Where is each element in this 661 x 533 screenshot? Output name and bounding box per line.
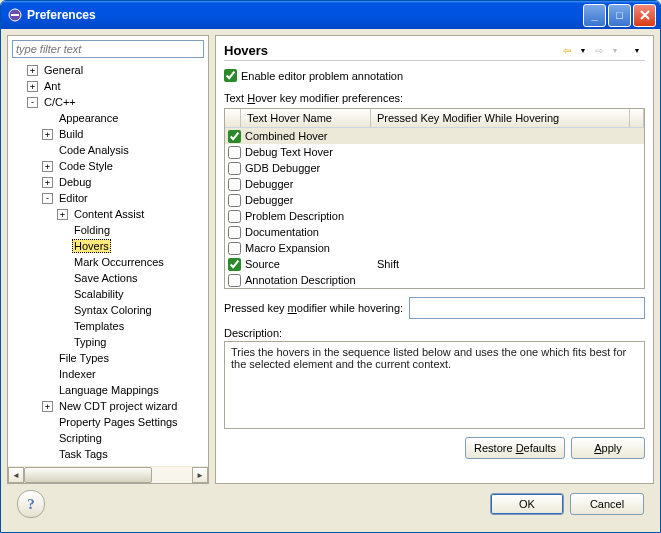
row-checkbox[interactable] — [228, 274, 241, 287]
description-label: Description: — [224, 327, 645, 339]
help-button[interactable]: ? — [17, 490, 45, 518]
table-row[interactable]: Macro Expansion — [225, 240, 644, 256]
tree-panel: +General +Ant -C/C++ Appearance +Build C… — [7, 35, 209, 484]
preferences-tree[interactable]: +General +Ant -C/C++ Appearance +Build C… — [8, 62, 208, 466]
tree-item-templates[interactable]: Templates — [10, 318, 206, 334]
expand-icon[interactable]: + — [42, 177, 53, 188]
expand-icon[interactable]: + — [42, 161, 53, 172]
detail-panel: Hovers ⇦ ▼ ⇨ ▼ ▼ Enable editor problem a… — [215, 35, 654, 484]
tree-item-syntax-coloring[interactable]: Syntax Coloring — [10, 302, 206, 318]
tree-item-indexer[interactable]: Indexer — [10, 366, 206, 382]
table-row[interactable]: Documentation — [225, 224, 644, 240]
footer: ? OK Cancel — [7, 488, 654, 526]
tree-item-folding[interactable]: Folding — [10, 222, 206, 238]
table-row[interactable]: GDB Debugger — [225, 160, 644, 176]
scroll-left-icon[interactable]: ◄ — [8, 467, 24, 483]
tree-item-prop-pages[interactable]: Property Pages Settings — [10, 414, 206, 430]
tree-item-new-cdt[interactable]: +New CDT project wizard — [10, 398, 206, 414]
table-header: Text Hover Name Pressed Key Modifier Whi… — [225, 109, 644, 128]
tree-item-appearance[interactable]: Appearance — [10, 110, 206, 126]
table-row[interactable]: Debug Text Hover — [225, 144, 644, 160]
scroll-right-icon[interactable]: ► — [192, 467, 208, 483]
row-checkbox[interactable] — [228, 258, 241, 271]
tree-item-hovers[interactable]: Hovers — [10, 238, 206, 254]
tree-item-general[interactable]: +General — [10, 62, 206, 78]
tree-item-editor[interactable]: -Editor — [10, 190, 206, 206]
hover-table: Text Hover Name Pressed Key Modifier Whi… — [224, 108, 645, 289]
back-icon[interactable]: ⇦ — [559, 42, 575, 58]
ok-button[interactable]: OK — [490, 493, 564, 515]
enable-annotation-label: Enable editor problem annotation — [241, 70, 403, 82]
forward-icon: ⇨ — [591, 42, 607, 58]
row-checkbox[interactable] — [228, 194, 241, 207]
titlebar[interactable]: Preferences _ □ — [1, 1, 660, 29]
view-menu-icon[interactable]: ▼ — [629, 42, 645, 58]
tree-item-ant[interactable]: +Ant — [10, 78, 206, 94]
window-title: Preferences — [27, 8, 583, 22]
pressed-key-label: Pressed key modifier while hovering: — [224, 302, 403, 314]
tree-item-file-types[interactable]: File Types — [10, 350, 206, 366]
minimize-button[interactable]: _ — [583, 4, 606, 27]
col-key-modifier[interactable]: Pressed Key Modifier While Hovering — [371, 109, 630, 127]
row-checkbox[interactable] — [228, 178, 241, 191]
table-row[interactable]: Debugger — [225, 192, 644, 208]
table-row[interactable]: Combined Hover — [225, 128, 644, 144]
tree-item-build[interactable]: +Build — [10, 126, 206, 142]
scroll-thumb[interactable] — [24, 467, 152, 483]
tree-item-mark-occurrences[interactable]: Mark Occurrences — [10, 254, 206, 270]
tree-item-code-style[interactable]: +Code Style — [10, 158, 206, 174]
collapse-icon[interactable]: - — [27, 97, 38, 108]
tree-item-scalability[interactable]: Scalability — [10, 286, 206, 302]
tree-item-typing[interactable]: Typing — [10, 334, 206, 350]
forward-menu-icon: ▼ — [607, 42, 623, 58]
row-checkbox[interactable] — [228, 130, 241, 143]
tree-item-debug[interactable]: +Debug — [10, 174, 206, 190]
tree-item-content-assist[interactable]: +Content Assist — [10, 206, 206, 222]
tree-item-scripting[interactable]: Scripting — [10, 430, 206, 446]
row-checkbox[interactable] — [228, 210, 241, 223]
description-text: Tries the hovers in the sequence listed … — [231, 346, 626, 370]
section-label: Text Hover key modifier preferences: — [224, 92, 645, 104]
row-checkbox[interactable] — [228, 242, 241, 255]
expand-icon[interactable]: + — [42, 401, 53, 412]
pressed-key-input[interactable] — [409, 297, 645, 319]
cancel-button[interactable]: Cancel — [570, 493, 644, 515]
table-row[interactable]: Problem Description — [225, 208, 644, 224]
tree-item-code-analysis[interactable]: Code Analysis — [10, 142, 206, 158]
restore-defaults-button[interactable]: Restore Defaults — [465, 437, 565, 459]
table-row[interactable]: Annotation Description — [225, 272, 644, 288]
tree-item-save-actions[interactable]: Save Actions — [10, 270, 206, 286]
row-checkbox[interactable] — [228, 162, 241, 175]
expand-icon[interactable]: + — [27, 65, 38, 76]
description-box: Tries the hovers in the sequence listed … — [224, 341, 645, 429]
expand-icon[interactable]: + — [42, 129, 53, 140]
preferences-window: Preferences _ □ +General +Ant -C/C++ App… — [0, 0, 661, 533]
tree-item-task-tags[interactable]: Task Tags — [10, 446, 206, 462]
expand-icon[interactable]: + — [57, 209, 68, 220]
row-checkbox[interactable] — [228, 146, 241, 159]
expand-icon[interactable]: + — [27, 81, 38, 92]
collapse-icon[interactable]: - — [42, 193, 53, 204]
filter-input[interactable] — [12, 40, 204, 58]
page-title: Hovers — [224, 43, 559, 58]
enable-annotation-checkbox[interactable] — [224, 69, 237, 82]
close-button[interactable] — [633, 4, 656, 27]
app-icon — [7, 7, 23, 23]
row-checkbox[interactable] — [228, 226, 241, 239]
apply-button[interactable]: Apply — [571, 437, 645, 459]
col-hover-name[interactable]: Text Hover Name — [241, 109, 371, 127]
maximize-button[interactable]: □ — [608, 4, 631, 27]
tree-item-language-mappings[interactable]: Language Mappings — [10, 382, 206, 398]
table-row[interactable]: Debugger — [225, 176, 644, 192]
back-menu-icon[interactable]: ▼ — [575, 42, 591, 58]
svg-rect-1 — [11, 14, 19, 16]
tree-item-cpp[interactable]: -C/C++ — [10, 94, 206, 110]
table-row[interactable]: SourceShift — [225, 256, 644, 272]
tree-scrollbar[interactable]: ◄ ► — [8, 466, 208, 483]
